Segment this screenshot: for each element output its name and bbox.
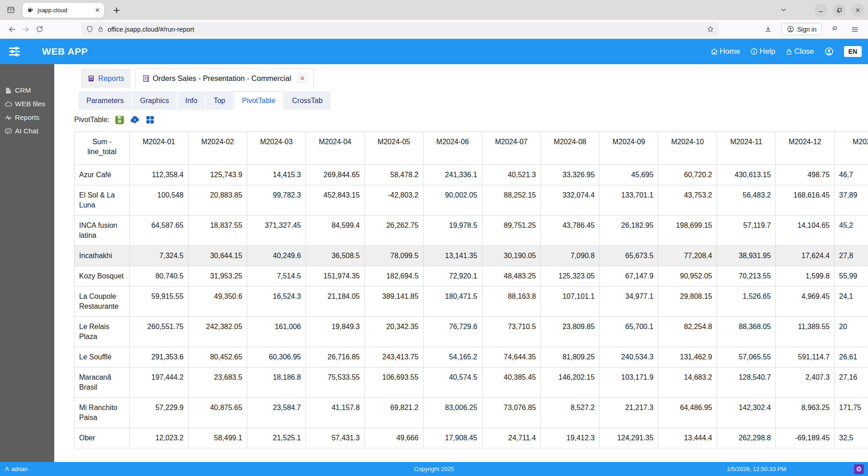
doc-tab-reports[interactable]: Reports — [81, 69, 131, 88]
cell-value: 24,711.4 — [482, 428, 541, 448]
cell-value: 17,908.45 — [423, 428, 482, 448]
cell-value: 60,720.2 — [658, 165, 717, 185]
maximize-button[interactable] — [833, 4, 846, 17]
table-row: Maracanã Brasil197,444.223,683.518,186.8… — [75, 368, 868, 398]
document-tabs: Reports Orders Sales - Presentation - Co… — [81, 69, 868, 88]
tab-pivottable[interactable]: PivotTable — [234, 91, 283, 110]
pivot-corner-header: Sum - line_total — [75, 132, 130, 165]
bookmark-star-icon[interactable] — [707, 25, 714, 33]
new-tab-button[interactable]: + — [110, 5, 123, 15]
menu-icon[interactable] — [848, 23, 862, 36]
cell-value: 1,599.8 — [776, 266, 835, 287]
help-button[interactable]: Help — [750, 47, 775, 56]
cell-value: 198,699.15 — [658, 216, 717, 246]
app-body: CRMWEB filesReportsAI Chat Reports Order… — [0, 64, 868, 462]
language-selector[interactable]: EN — [844, 46, 862, 57]
cell-value: 54,165.2 — [423, 347, 482, 368]
row-label: Maracanã Brasil — [75, 368, 130, 398]
tracking-shield-icon[interactable] — [86, 25, 94, 33]
grid-icon[interactable] — [145, 115, 156, 125]
close-session-button[interactable]: Close — [785, 47, 814, 56]
cell-value: 17,624.4 — [776, 246, 835, 266]
doc-tab-close-icon[interactable]: ✕ — [298, 74, 307, 83]
help-label: Help — [760, 47, 775, 56]
building-icon — [5, 87, 12, 94]
cell-value: 7,514.5 — [247, 266, 306, 287]
cell-value: 37,89 — [835, 185, 868, 216]
cell-value: 48,483.25 — [482, 266, 541, 287]
cell-value: 75,533.55 — [306, 368, 364, 398]
cell-value: 498.75 — [776, 165, 835, 185]
cell-value: 57,431.3 — [306, 428, 364, 448]
cell-value: 106,693.55 — [364, 368, 423, 398]
table-row: Ober12,023.258,499.121,525.157,431.349,6… — [75, 428, 868, 448]
close-window-button[interactable] — [851, 4, 864, 17]
minimize-button[interactable] — [814, 4, 827, 17]
cell-value: 24,1 — [835, 287, 868, 317]
cell-value: 30,644.15 — [188, 246, 247, 266]
browser-tab[interactable]: jsapp.cloud ✕ — [23, 3, 104, 18]
tab-info[interactable]: Info — [178, 91, 205, 110]
menu-sliders-icon[interactable] — [7, 44, 22, 59]
cell-value: 21,525.1 — [247, 428, 306, 448]
cell-value: 33,326.95 — [541, 165, 599, 185]
cell-value: 65,673.5 — [599, 246, 658, 266]
lock-icon[interactable] — [97, 26, 104, 33]
save-icon[interactable] — [114, 115, 125, 125]
row-label: Mi Ranchito Paisa — [75, 398, 130, 428]
account-icon[interactable] — [824, 47, 834, 57]
sign-in-button[interactable]: Sign in — [781, 23, 822, 35]
table-row: INCA fusion latina64,587.6518,837.55371,… — [75, 216, 868, 246]
url-text[interactable]: office.jsapp.cloud/#/run-report — [108, 26, 703, 33]
pivot-column-header: M2024-01 — [130, 132, 189, 165]
tab-close-icon[interactable]: ✕ — [95, 7, 100, 14]
cell-value: 40,574.5 — [423, 368, 482, 398]
tab-graphics[interactable]: Graphics — [132, 91, 177, 110]
home-button[interactable]: Home — [710, 47, 740, 56]
cloud-icon — [5, 100, 12, 108]
sidebar-item-crm[interactable]: CRM — [4, 84, 51, 97]
cell-value: 36,508.5 — [306, 246, 364, 266]
extensions-icon[interactable] — [828, 23, 842, 36]
row-label: Ober — [75, 428, 130, 448]
reload-button[interactable] — [33, 23, 46, 36]
cell-value: 133,701.1 — [599, 185, 658, 216]
user-name: adrian — [11, 466, 28, 472]
cell-value: 12,023.2 — [130, 428, 189, 448]
downloads-icon[interactable] — [761, 23, 775, 36]
cell-value: 45,695 — [599, 165, 658, 185]
sidebar-item-web-files[interactable]: WEB files — [4, 98, 51, 110]
cell-value: 168,616.45 — [776, 185, 835, 216]
pivot-column-header: M2024-11 — [717, 132, 776, 165]
tab-top[interactable]: Top — [206, 91, 233, 110]
cloud-download-icon[interactable] — [130, 115, 140, 125]
firefox-view-icon[interactable] — [5, 4, 17, 16]
sidebar-item-reports[interactable]: Reports — [4, 111, 51, 124]
cell-value: 26,262.75 — [364, 216, 423, 246]
cell-value: 23,809.85 — [541, 317, 599, 347]
cell-value: 21,184.05 — [306, 287, 364, 317]
cell-value: -42,803.2 — [364, 185, 423, 216]
url-field[interactable]: office.jsapp.cloud/#/run-report — [81, 22, 719, 37]
pivot-column-header: M2024-04 — [306, 132, 364, 165]
forward-button[interactable] — [19, 23, 33, 36]
sidebar-item-ai-chat[interactable]: AI Chat — [4, 125, 51, 137]
cell-value: 70,213.55 — [717, 266, 776, 287]
cell-value: 180,471.5 — [423, 287, 482, 317]
cell-value: 90,952.05 — [658, 266, 717, 287]
tab-crosstab[interactable]: CrossTab — [284, 91, 330, 110]
tabs-list-chevron-icon[interactable] — [777, 4, 790, 16]
settings-gear-icon[interactable]: ⚙ — [854, 464, 864, 474]
logged-in-user: adrian — [4, 466, 28, 472]
cell-value: 58,478.2 — [364, 165, 423, 185]
doc-tab-orders-sales[interactable]: Orders Sales - Presentation - Commercial… — [135, 69, 314, 88]
cell-value: 1,526.65 — [717, 287, 776, 317]
pivot-column-header: M2024-12 — [776, 132, 835, 165]
cell-value: 31,953.25 — [188, 266, 247, 287]
cell-value: 23,683.5 — [188, 368, 247, 398]
back-button[interactable] — [5, 23, 19, 36]
cell-value: 332,074.4 — [541, 185, 599, 216]
tab-parameters[interactable]: Parameters — [79, 91, 132, 110]
pivot-column-header: M2024-05 — [364, 132, 423, 165]
activity-icon — [5, 114, 12, 122]
